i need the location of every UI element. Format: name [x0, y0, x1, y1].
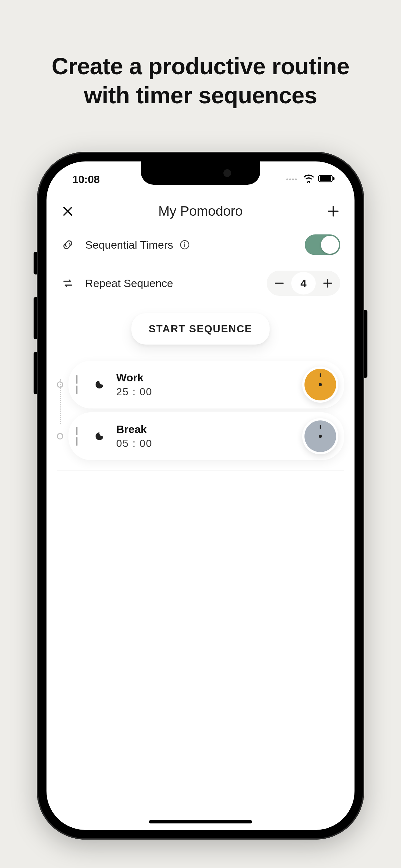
phone-notch — [141, 161, 260, 185]
timer-name: Break — [116, 423, 302, 436]
link-icon — [61, 238, 75, 252]
info-button[interactable] — [179, 239, 190, 251]
timeline-dot — [57, 433, 63, 439]
repeat-count-stepper: 4 — [267, 271, 340, 296]
repeat-sequence-row: Repeat Sequence 4 — [57, 263, 344, 304]
svg-rect-5 — [184, 244, 185, 247]
moon-icon — [94, 429, 108, 443]
svg-rect-2 — [333, 177, 335, 180]
wifi-icon — [303, 175, 314, 184]
increment-button[interactable] — [316, 272, 339, 294]
repeat-count-value: 4 — [291, 272, 316, 294]
plus-icon — [322, 278, 333, 289]
drag-handle[interactable] — [76, 375, 86, 394]
timer-row: Break 05 : 00 — [57, 412, 344, 460]
svg-point-4 — [184, 242, 185, 244]
headline-line-1: Create a productive routine — [0, 52, 401, 81]
plus-icon — [327, 205, 339, 217]
list-divider — [57, 470, 344, 470]
timer-color-button[interactable] — [302, 367, 338, 403]
drag-handle[interactable] — [76, 427, 86, 445]
decrement-button[interactable] — [268, 272, 290, 294]
timer-color-button[interactable] — [302, 418, 338, 454]
headline-line-2: with timer sequences — [0, 81, 401, 110]
status-time: 10:08 — [72, 173, 99, 186]
timer-color-swatch — [305, 369, 336, 400]
app-content: My Pomodoro Sequential Timers — [47, 197, 354, 830]
phone-frame: 10:08 •••• My Pomodoro — [37, 152, 364, 840]
add-button[interactable] — [326, 204, 341, 219]
sequential-timers-row: Sequential Timers — [57, 227, 344, 263]
nav-bar: My Pomodoro — [57, 197, 344, 227]
timer-duration: 05 : 00 — [116, 438, 302, 450]
sequential-timers-toggle[interactable] — [305, 235, 340, 255]
info-icon — [180, 240, 190, 250]
page-title: My Pomodoro — [158, 204, 243, 219]
battery-icon — [318, 175, 335, 184]
status-indicators: •••• — [286, 175, 335, 184]
toggle-knob — [321, 236, 339, 254]
home-indicator[interactable] — [149, 820, 252, 824]
recording-indicator-icon: •••• — [286, 176, 298, 183]
svg-rect-1 — [320, 176, 331, 181]
close-button[interactable] — [60, 204, 75, 219]
timer-name: Work — [116, 371, 302, 384]
timer-duration: 25 : 00 — [116, 386, 302, 398]
start-sequence-button[interactable]: START SEQUENCE — [131, 313, 270, 345]
repeat-sequence-label: Repeat Sequence — [85, 277, 173, 290]
timer-card-break[interactable]: Break 05 : 00 — [68, 412, 344, 460]
phone-mockup: 10:08 •••• My Pomodoro — [37, 152, 364, 840]
close-icon — [62, 206, 73, 217]
timer-text: Work 25 : 00 — [116, 371, 302, 398]
start-sequence-label: START SEQUENCE — [149, 323, 252, 335]
repeat-icon — [61, 276, 75, 290]
timeline-connector — [60, 379, 61, 424]
phone-screen: 10:08 •••• My Pomodoro — [47, 161, 354, 830]
sequential-timers-label: Sequential Timers — [85, 239, 173, 251]
moon-icon — [94, 377, 108, 392]
timer-card-work[interactable]: Work 25 : 00 — [68, 361, 344, 408]
minus-icon — [274, 278, 285, 289]
timer-color-swatch — [305, 421, 336, 452]
timer-text: Break 05 : 00 — [116, 423, 302, 450]
timer-list: Work 25 : 00 — [57, 361, 344, 470]
timer-row: Work 25 : 00 — [57, 361, 344, 408]
marketing-headline: Create a productive routine with timer s… — [0, 52, 401, 110]
